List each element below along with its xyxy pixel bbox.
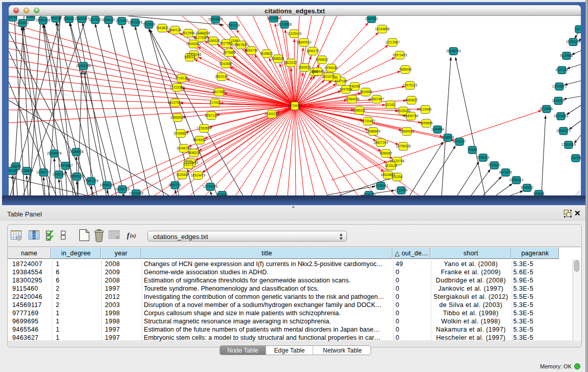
svg-text:8660124: 8660124 bbox=[169, 28, 182, 32]
svg-text:3624554: 3624554 bbox=[360, 90, 373, 94]
svg-text:8454749: 8454749 bbox=[245, 49, 258, 52]
svg-text:9127503: 9127503 bbox=[194, 36, 207, 39]
svg-text:9129966: 9129966 bbox=[560, 54, 573, 57]
svg-text:1733426: 1733426 bbox=[395, 188, 408, 192]
svg-text:7515526: 7515526 bbox=[143, 23, 156, 26]
svg-text:7485003: 7485003 bbox=[399, 68, 412, 71]
svg-text:994106: 994106 bbox=[50, 16, 61, 20]
svg-text:2803144: 2803144 bbox=[215, 75, 228, 78]
svg-text:989012: 989012 bbox=[184, 55, 195, 59]
svg-text:15692971: 15692971 bbox=[556, 129, 571, 133]
svg-text:2935114: 2935114 bbox=[477, 156, 490, 159]
svg-text:9699695: 9699695 bbox=[420, 121, 433, 125]
svg-text:6466160: 6466160 bbox=[102, 18, 115, 21]
svg-text:20543362: 20543362 bbox=[186, 42, 201, 46]
svg-text:1405572: 1405572 bbox=[16, 21, 29, 25]
svg-text:10973493: 10973493 bbox=[393, 53, 407, 57]
svg-text:1545194: 1545194 bbox=[53, 172, 66, 176]
svg-text:10958107: 10958107 bbox=[100, 183, 115, 187]
svg-text:16495796: 16495796 bbox=[404, 114, 419, 118]
svg-text:1546: 1546 bbox=[231, 39, 238, 42]
svg-text:835061: 835061 bbox=[10, 164, 21, 168]
svg-text:9115460: 9115460 bbox=[419, 107, 432, 111]
svg-text:2867608: 2867608 bbox=[235, 43, 248, 47]
svg-text:8186328: 8186328 bbox=[207, 39, 220, 42]
svg-text:3875685: 3875685 bbox=[223, 51, 236, 54]
svg-text:1588520: 1588520 bbox=[272, 57, 285, 60]
svg-text:19166829: 19166829 bbox=[173, 132, 188, 135]
svg-text:836162: 836162 bbox=[63, 17, 75, 20]
svg-text:16640910: 16640910 bbox=[297, 40, 312, 44]
svg-text:18807249: 18807249 bbox=[374, 141, 388, 144]
svg-text:217006: 217006 bbox=[209, 101, 221, 104]
svg-text:1527602: 1527602 bbox=[89, 18, 102, 21]
svg-text:1071915: 1071915 bbox=[116, 19, 128, 23]
svg-text:12905135: 12905135 bbox=[70, 174, 84, 178]
svg-text:912643: 912643 bbox=[216, 193, 228, 195]
svg-text:2718126: 2718126 bbox=[176, 76, 188, 80]
svg-text:1621072: 1621072 bbox=[322, 75, 335, 78]
svg-text:12975115: 12975115 bbox=[403, 83, 417, 87]
svg-text:12942737: 12942737 bbox=[36, 170, 51, 174]
svg-text:16648784: 16648784 bbox=[446, 49, 461, 53]
svg-text:7632621: 7632621 bbox=[488, 163, 501, 167]
svg-text:2087682: 2087682 bbox=[365, 17, 378, 20]
svg-text:7386322: 7386322 bbox=[353, 108, 366, 112]
svg-text:8267130: 8267130 bbox=[205, 114, 218, 117]
svg-text:15718485: 15718485 bbox=[203, 185, 218, 188]
svg-text:20981: 20981 bbox=[26, 16, 35, 18]
svg-text:12093872: 12093872 bbox=[552, 84, 567, 88]
svg-text:22260538: 22260538 bbox=[195, 31, 210, 35]
svg-text:20364436: 20364436 bbox=[345, 97, 360, 101]
svg-text:10120746: 10120746 bbox=[390, 159, 405, 163]
svg-text:116753: 116753 bbox=[571, 156, 581, 160]
svg-text:8471676: 8471676 bbox=[499, 170, 512, 174]
svg-text:11325419: 11325419 bbox=[287, 32, 301, 35]
svg-text:16782759: 16782759 bbox=[115, 187, 130, 191]
svg-text:14136141: 14136141 bbox=[374, 184, 388, 187]
svg-text:62160: 62160 bbox=[386, 103, 395, 106]
svg-text:252254: 252254 bbox=[391, 175, 403, 179]
svg-text:9146821: 9146821 bbox=[260, 52, 273, 55]
svg-text:7663822: 7663822 bbox=[156, 26, 169, 30]
svg-text:924565: 924565 bbox=[533, 192, 545, 195]
svg-text:1244419: 1244419 bbox=[552, 99, 565, 102]
svg-text:3912954: 3912954 bbox=[182, 31, 195, 35]
svg-text:9245652: 9245652 bbox=[521, 186, 534, 189]
svg-text:7955812: 7955812 bbox=[316, 58, 329, 61]
svg-text:7625402: 7625402 bbox=[176, 173, 189, 177]
svg-text:16154808: 16154808 bbox=[375, 27, 390, 31]
svg-text:17359928: 17359928 bbox=[69, 150, 84, 154]
svg-text:10756928: 10756928 bbox=[396, 144, 411, 148]
svg-text:9857791: 9857791 bbox=[169, 183, 182, 187]
svg-text:5822037: 5822037 bbox=[285, 61, 297, 64]
svg-text:20053346: 20053346 bbox=[76, 64, 91, 68]
svg-text:10025433: 10025433 bbox=[396, 109, 411, 113]
svg-text:6497568: 6497568 bbox=[340, 87, 353, 91]
svg-text:10046786: 10046786 bbox=[177, 146, 191, 150]
svg-text:10653267: 10653267 bbox=[75, 17, 90, 20]
svg-text:1615132: 1615132 bbox=[385, 164, 398, 167]
svg-text:12353594: 12353594 bbox=[197, 126, 212, 130]
svg-text:11173: 11173 bbox=[575, 27, 581, 31]
svg-text:1156829: 1156829 bbox=[20, 169, 33, 172]
svg-text:1696175: 1696175 bbox=[307, 49, 319, 53]
svg-text:16914479: 16914479 bbox=[191, 173, 206, 177]
svg-text:19854925: 19854925 bbox=[170, 116, 185, 119]
svg-text:8215956: 8215956 bbox=[540, 107, 553, 111]
svg-text:1640954: 1640954 bbox=[431, 127, 444, 131]
svg-text:8613054: 8613054 bbox=[268, 16, 280, 20]
svg-text:15751074: 15751074 bbox=[566, 40, 581, 43]
svg-text:1562615: 1562615 bbox=[298, 65, 311, 69]
svg-text:6794028: 6794028 bbox=[325, 66, 338, 70]
svg-text:8938923: 8938923 bbox=[442, 136, 454, 139]
svg-text:16210643: 16210643 bbox=[554, 114, 569, 118]
svg-text:10654112: 10654112 bbox=[509, 178, 524, 182]
svg-text:6879197: 6879197 bbox=[453, 140, 466, 143]
svg-text:10688609: 10688609 bbox=[366, 129, 381, 133]
svg-text:7357224: 7357224 bbox=[227, 24, 240, 27]
svg-text:17957225: 17957225 bbox=[84, 179, 99, 183]
svg-text:11923468: 11923468 bbox=[129, 191, 143, 195]
svg-text:16731: 16731 bbox=[9, 16, 17, 19]
svg-text:16107553: 16107553 bbox=[168, 101, 183, 104]
